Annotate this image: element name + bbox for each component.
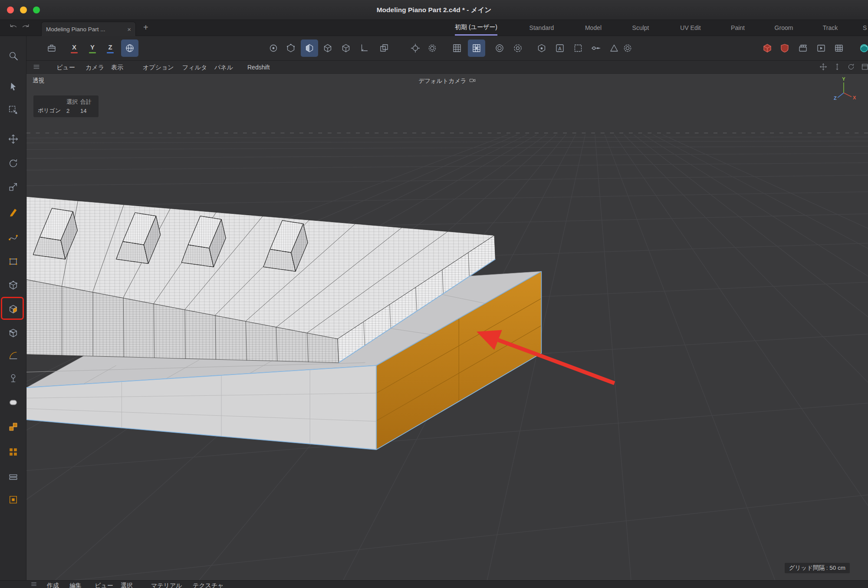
workplane-icon[interactable] bbox=[355, 39, 373, 57]
materials-menu-view[interactable]: ビュー bbox=[95, 581, 113, 588]
undo-icon[interactable] bbox=[9, 23, 20, 34]
enable-axis-icon[interactable] bbox=[407, 39, 424, 57]
document-tab-label: Modeling Piano Part ... bbox=[46, 26, 124, 33]
dolly-icon[interactable] bbox=[833, 63, 843, 72]
viewport-canvas[interactable]: 透視 デフォルトカメラ 選択 合計 ポリゴン 2 14 Y Z X グリッド間隔… bbox=[26, 74, 868, 580]
scale-icon[interactable] bbox=[4, 178, 22, 195]
axis-lock-x-label: X bbox=[72, 43, 76, 51]
content-browser-icon[interactable] bbox=[43, 39, 60, 57]
grid-icon[interactable] bbox=[448, 39, 466, 57]
snap-settings-icon[interactable] bbox=[509, 39, 526, 57]
main-toolbar: X Y Z A bbox=[26, 36, 868, 61]
rectangle-spline-icon[interactable] bbox=[4, 253, 22, 270]
window-title: Modeling Piano Part 2.c4d * - メイン bbox=[0, 0, 868, 20]
pan-icon[interactable] bbox=[819, 63, 829, 72]
materials-menu-create[interactable]: 作成 bbox=[47, 581, 59, 588]
viewport-menu-filter[interactable]: フィルタ bbox=[182, 61, 207, 74]
axis-tool-icon[interactable] bbox=[4, 369, 22, 387]
viewport-camera-label[interactable]: デフォルトカメラ bbox=[418, 77, 476, 85]
floor-icon[interactable] bbox=[4, 467, 22, 485]
axis-lock-y[interactable]: Y bbox=[85, 40, 100, 56]
render-settings-icon[interactable] bbox=[776, 39, 793, 57]
rotate-icon[interactable] bbox=[4, 154, 22, 172]
viewport-view-label[interactable]: 透視 bbox=[33, 77, 44, 85]
layout-tab-clipped[interactable]: S bbox=[863, 20, 867, 36]
spline-pen-icon[interactable] bbox=[4, 228, 22, 246]
piano-model[interactable] bbox=[26, 197, 541, 450]
coordinate-system-icon[interactable] bbox=[121, 39, 138, 57]
render-to-picture-viewer-icon[interactable] bbox=[812, 39, 830, 57]
viewport-menu-display[interactable]: 表示 bbox=[111, 61, 123, 74]
layout-tab-initial-user[interactable]: 初期 (ユーザー) bbox=[455, 20, 497, 36]
edge-mode-icon[interactable] bbox=[4, 324, 22, 342]
deformer-icon[interactable] bbox=[4, 418, 22, 435]
viewport-menu-options[interactable]: オプション bbox=[143, 61, 174, 74]
polygons-mode-icon[interactable] bbox=[301, 39, 318, 57]
materials-menu-select[interactable]: 選択 bbox=[121, 581, 133, 588]
axis-settings-icon[interactable] bbox=[424, 39, 441, 57]
tab-close-button[interactable]: × bbox=[127, 26, 131, 33]
edges-mode-icon[interactable] bbox=[319, 39, 336, 57]
snap-grid-icon[interactable] bbox=[468, 39, 485, 57]
layout-tab-sculpt[interactable]: Sculpt bbox=[632, 20, 649, 36]
selection-hud: 選択 合計 ポリゴン 2 14 bbox=[33, 95, 99, 117]
layout-tab-uvedit[interactable]: UV Edit bbox=[680, 20, 700, 36]
axis-lock-z[interactable]: Z bbox=[103, 40, 118, 56]
layout-tab-standard[interactable]: Standard bbox=[529, 20, 554, 36]
viewport-menu-redshift[interactable]: Redshift bbox=[247, 61, 270, 74]
camera-icon bbox=[469, 77, 476, 85]
document-tab[interactable]: Modeling Piano Part ... × bbox=[41, 22, 136, 36]
rectangle-selection-icon[interactable] bbox=[4, 101, 22, 118]
model-mode-icon[interactable] bbox=[337, 39, 355, 57]
layout-tab-track[interactable]: Track bbox=[823, 20, 838, 36]
points-mode-icon[interactable] bbox=[4, 276, 22, 294]
viewport-menu-icon[interactable] bbox=[33, 63, 42, 72]
materials-menubar: 作成 編集 ビュー 選択 マテリアル テクスチャ bbox=[0, 580, 868, 588]
move-icon[interactable] bbox=[4, 130, 22, 148]
axis-lock-x[interactable]: X bbox=[67, 40, 82, 56]
orbit-icon[interactable] bbox=[847, 63, 857, 72]
selection-filter-icon[interactable] bbox=[569, 39, 587, 57]
tab-add-button[interactable]: + bbox=[143, 20, 148, 36]
solo-icon[interactable] bbox=[533, 39, 550, 57]
pen-icon[interactable] bbox=[4, 204, 22, 221]
redo-icon[interactable] bbox=[21, 23, 32, 34]
redshift-icon[interactable] bbox=[855, 39, 868, 57]
arc-icon[interactable] bbox=[4, 347, 22, 364]
snapping-icon[interactable] bbox=[491, 39, 508, 57]
annotation-icon[interactable]: A bbox=[551, 39, 569, 57]
hud-selected-value: 2 bbox=[66, 108, 80, 114]
materials-menu-icon[interactable] bbox=[30, 581, 38, 588]
viewport-settings-icon[interactable] bbox=[619, 39, 636, 57]
hud-row-label: ポリゴン bbox=[38, 107, 66, 115]
workplane-icon[interactable] bbox=[4, 491, 22, 508]
edit-render-settings-icon[interactable] bbox=[830, 39, 848, 57]
materials-menu-texture[interactable]: テクスチャ bbox=[193, 581, 224, 588]
render-view-icon[interactable] bbox=[759, 39, 776, 57]
points-mode-icon[interactable] bbox=[282, 39, 299, 57]
materials-menu-material[interactable]: マテリアル bbox=[151, 581, 182, 588]
filter-icon[interactable] bbox=[587, 39, 605, 57]
sweep-icon[interactable] bbox=[4, 394, 22, 411]
live-selection-icon[interactable] bbox=[4, 78, 22, 95]
tab-row: Modeling Piano Part ... × + 初期 (ユーザー) St… bbox=[0, 20, 868, 36]
viewport-menu-view[interactable]: ビュー bbox=[56, 61, 75, 74]
toggle-view-icon[interactable] bbox=[861, 63, 868, 72]
make-editable-icon[interactable] bbox=[265, 39, 282, 57]
annotation-highlight-box bbox=[1, 297, 24, 320]
camera-name-text: デフォルトカメラ bbox=[418, 77, 467, 85]
search-icon[interactable] bbox=[4, 47, 22, 64]
layout-tab-paint[interactable]: Paint bbox=[731, 20, 745, 36]
viewport-menu-panel[interactable]: パネル bbox=[214, 61, 233, 74]
layout-tab-model[interactable]: Model bbox=[585, 20, 602, 36]
viewport-menubar: ビュー カメラ 表示 オプション フィルタ パネル Redshift bbox=[26, 61, 868, 74]
layout-tab-groom[interactable]: Groom bbox=[775, 20, 793, 36]
cloner-icon[interactable] bbox=[4, 443, 22, 460]
viewport-menu-camera[interactable]: カメラ bbox=[85, 61, 104, 74]
texture-mode-icon[interactable] bbox=[375, 39, 393, 57]
axis-lock-z-label: Z bbox=[108, 43, 112, 51]
titlebar: Modeling Piano Part 2.c4d * - メイン bbox=[0, 0, 868, 20]
materials-menu-edit[interactable]: 編集 bbox=[69, 581, 82, 588]
hud-total-value: 14 bbox=[80, 108, 94, 114]
render-queue-icon[interactable] bbox=[794, 39, 812, 57]
